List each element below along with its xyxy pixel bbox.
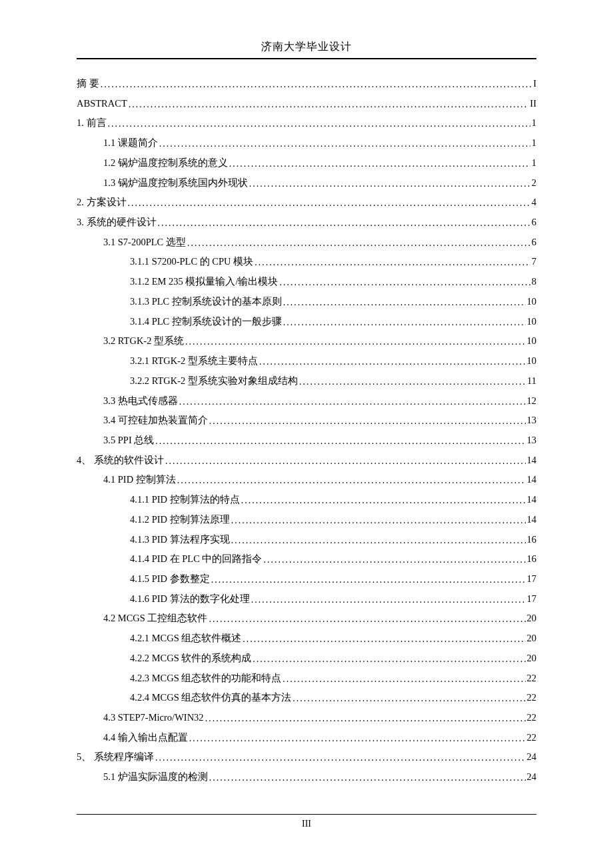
toc-entry-label: 4.2.4 MCGS 组态软件仿真的基本方法 [130,688,291,708]
toc-entry-page: 22 [527,708,537,728]
footer-rule [77,814,536,815]
toc-leader [179,391,526,411]
toc-leader [241,490,526,510]
toc-leader [129,94,529,114]
toc-entry-label: ABSTRACT [77,94,127,114]
toc-entry: 3.2 RTGK-2 型系统10 [77,331,536,351]
toc-entry: 4.1.6 PID 算法的数字化处理17 [77,589,536,609]
toc-entry-page: 24 [527,747,537,767]
toc-entry-label: 1.2 锅炉温度控制系统的意义 [103,153,228,173]
toc-entry: 4.2 MCGS 工控组态软件20 [77,609,536,629]
toc-leader [231,530,526,550]
toc-leader [187,233,530,253]
toc-entry-label: 4.1.5 PID 参数整定 [130,569,210,589]
toc-entry: 1.2 锅炉温度控制系统的意义1 [77,153,536,173]
toc-leader [259,351,526,371]
toc-leader [155,747,526,767]
toc-entry: 1.3 锅炉温度控制系统国内外现状2 [77,173,536,193]
toc-leader [279,272,530,292]
toc-entry-label: 3.5 PPI 总线 [103,431,154,451]
toc-entry: 3.5 PPI 总线13 [77,431,536,451]
toc-entry-label: 4.1.1 PID 控制算法的特点 [130,490,240,510]
toc-entry: 4.4 输入输出点配置22 [77,728,536,748]
toc-entry-page: I [533,74,536,94]
toc-entry-page: 2 [532,173,536,193]
toc-entry-page: 1 [532,113,536,133]
toc-entry-label: 3.2 RTGK-2 型系统 [103,331,184,351]
toc-entry: 1. 前言1 [77,113,536,133]
toc-leader [243,629,525,649]
toc-entry-label: 2. 方案设计 [77,193,127,213]
toc-entry-page: 16 [527,530,537,550]
toc-entry: 4.2.4 MCGS 组态软件仿真的基本方法22 [77,688,536,708]
toc-entry: 4.1.1 PID 控制算法的特点14 [77,490,536,510]
toc-entry-page: 6 [532,233,536,253]
toc-leader [101,74,532,94]
toc-entry-label: 5、 系统程序编译 [77,747,154,767]
toc-entry-label: 4.1.2 PID 控制算法原理 [130,510,230,530]
toc-entry-page: 4 [532,193,536,213]
toc-entry-page: 6 [532,213,536,233]
toc-leader [229,153,530,173]
document-page: 济南大学毕业设计 摘 要IABSTRACTII1. 前言11.1 课题简介11.… [0,0,613,787]
toc-entry: 4.1.3 PID 算法程序实现16 [77,530,536,550]
toc-entry-page: 17 [527,569,537,589]
toc-entry: 4.1.2 PID 控制算法原理14 [77,510,536,530]
toc-leader [283,669,525,689]
toc-leader [293,688,525,708]
toc-entry: 5.1 炉温实际温度的检测24 [77,767,536,787]
header-title: 济南大学毕业设计 [77,40,536,58]
toc-leader [209,411,526,431]
toc-entry-label: 5.1 炉温实际温度的检测 [103,767,208,787]
toc-leader [283,292,526,312]
toc-entry: 4.3 STEP7-Micro/WIN3222 [77,708,536,728]
toc-entry-page: 14 [527,510,537,530]
toc-entry-label: 4.2.2 MCGS 软件的系统构成 [130,649,251,669]
toc-leader [177,470,526,490]
toc-leader [251,589,526,609]
toc-entry-label: 4.1 PID 控制算法 [103,470,176,490]
toc-leader [158,213,530,233]
toc-leader [283,312,526,332]
toc-entry: 1.1 课题简介1 [77,133,536,153]
toc-entry-page: 1 [532,133,536,153]
toc-entry-page: 14 [527,490,537,510]
toc-entry-label: 3.2.1 RTGK-2 型系统主要特点 [130,351,258,371]
toc-leader [253,649,525,669]
toc-entry-label: 3.1 S7-200PLC 选型 [103,233,186,253]
toc-entry-page: 10 [527,292,537,312]
toc-leader [211,569,526,589]
toc-entry-page: 20 [527,649,537,669]
toc-entry: 4.1.5 PID 参数整定17 [77,569,536,589]
toc-entry-page: 16 [527,549,537,569]
toc-entry: 3.3 热电式传感器12 [77,391,536,411]
toc-entry-page: 22 [527,669,537,689]
toc-entry: 3.2.1 RTGK-2 型系统主要特点10 [77,351,536,371]
toc-entry: 摘 要I [77,74,536,94]
toc-entry: 3.1.2 EM 235 模拟量输入/输出模块8 [77,272,536,292]
toc-entry: 4.2.3 MCGS 组态软件的功能和特点22 [77,669,536,689]
toc-entry-label: 3. 系统的硬件设计 [77,213,157,233]
toc-entry: ABSTRACTII [77,94,536,114]
toc-entry-page: 13 [527,431,537,451]
toc-leader [205,708,526,728]
toc-entry: 3.4 可控硅加热装置简介13 [77,411,536,431]
toc-leader [249,173,530,193]
toc-entry-page: 12 [527,391,537,411]
toc-leader [209,609,525,629]
toc-entry: 4.2.2 MCGS 软件的系统构成20 [77,649,536,669]
toc-entry-page: 20 [527,609,537,629]
toc-entry-page: 1 [532,153,536,173]
toc-leader [159,133,530,153]
toc-entry-page: 22 [527,688,537,708]
toc-entry: 3.1.1 S7200-PLC 的 CPU 模块7 [77,252,536,272]
toc-leader [155,431,525,451]
toc-entry-label: 3.2.2 RTGK-2 型系统实验对象组成结构 [130,371,298,391]
toc-entry: 4、 系统的软件设计14 [77,451,536,471]
toc-entry-label: 4.2.1 MCGS 组态软件概述 [130,629,241,649]
toc-entry-label: 1.3 锅炉温度控制系统国内外现状 [103,173,248,193]
toc-entry-page: 10 [527,312,537,332]
toc-entry-page: 7 [532,252,536,272]
toc-entry: 3.2.2 RTGK-2 型系统实验对象组成结构11 [77,371,536,391]
toc-entry-label: 3.3 热电式传感器 [103,391,178,411]
